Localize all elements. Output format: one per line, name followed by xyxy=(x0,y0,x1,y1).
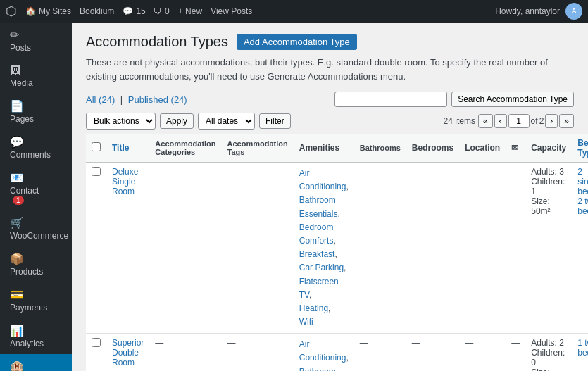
filter-button[interactable]: Filter xyxy=(259,113,291,129)
page-number-input[interactable] xyxy=(508,114,530,128)
row-bed-type: 1 twin bed xyxy=(572,334,588,371)
sidebar-label-media: Media xyxy=(10,78,33,88)
row-title: Superior Double Room xyxy=(106,334,149,371)
contact-badge: 1 xyxy=(13,196,24,205)
sidebar-item-products[interactable]: 📦 Products xyxy=(0,246,72,282)
sidebar-item-posts[interactable]: ✏ Posts xyxy=(0,23,72,58)
pages-icon: 📄 xyxy=(10,99,24,113)
media-icon: 🖼 xyxy=(10,64,21,77)
row-bathrooms: — xyxy=(354,334,406,371)
th-capacity: Capacity xyxy=(525,134,572,163)
table-row: Deluxe Single Room — — Air Conditioning,… xyxy=(86,163,588,334)
th-bathrooms: Bathrooms xyxy=(354,134,406,163)
bed-type-sort-link[interactable]: Bed Type xyxy=(577,138,588,158)
sidebar-label-contact: Contact xyxy=(10,186,39,196)
row-capacity: Adults: 2Children: 0Size: 45m² xyxy=(525,334,572,371)
title-sort-link[interactable]: Title xyxy=(112,143,129,153)
row-location: — xyxy=(459,163,506,334)
add-accommodation-type-button[interactable]: Add Accommodation Type xyxy=(237,34,357,50)
accommodation-title-link[interactable]: Deluxe Single Room xyxy=(112,167,138,196)
row-checkbox-cell xyxy=(86,163,106,334)
filter-all-link[interactable]: All (24) xyxy=(86,94,118,105)
comment-count-icon: 🗨 xyxy=(154,6,162,16)
row-title: Deluxe Single Room xyxy=(106,163,149,334)
total-pages: 2 xyxy=(539,116,544,126)
row-msg: — xyxy=(506,334,525,371)
comment-icon: 💬 xyxy=(123,6,133,16)
woocommerce-icon: 🛒 xyxy=(10,216,24,229)
main-layout: ✏ Posts 🖼 Media 📄 Pages 💬 Comments 📧 Con… xyxy=(0,23,588,371)
main-content: Accommodation Types Add Accommodation Ty… xyxy=(72,23,588,371)
search-row: Search Accommodation Type xyxy=(334,92,574,107)
posts-icon: ✏ xyxy=(10,28,19,42)
sidebar-item-woocommerce[interactable]: 🛒 WooCommerce xyxy=(0,210,72,246)
sidebar-label-woocommerce: WooCommerce xyxy=(10,231,68,241)
page-title: Accommodation Types xyxy=(86,34,228,50)
row-checkbox[interactable] xyxy=(92,167,101,176)
sidebar-label-payments: Payments xyxy=(10,303,47,313)
th-amenities: Amenities xyxy=(294,134,354,163)
search-accommodation-button[interactable]: Search Accommodation Type xyxy=(451,92,574,107)
page-header: Accommodation Types Add Accommodation Ty… xyxy=(86,34,574,50)
first-page-button[interactable]: « xyxy=(478,114,493,128)
apply-button[interactable]: Apply xyxy=(160,113,194,129)
search-input[interactable] xyxy=(334,92,447,107)
sidebar-label-comments: Comments xyxy=(10,150,51,160)
row-amenities: Air Conditioning,Bathroom Essentials,Bed… xyxy=(294,334,354,371)
select-all-checkbox[interactable] xyxy=(92,142,101,151)
row-msg: — xyxy=(506,163,525,334)
row-bed-type: 2 single beds, 2 twin beds xyxy=(572,163,588,334)
sidebar-item-pages[interactable]: 📄 Pages xyxy=(0,94,72,130)
sidebar-item-analytics[interactable]: 📊 Analytics xyxy=(0,318,72,354)
prev-page-button[interactable]: ‹ xyxy=(494,114,507,128)
sidebar-item-payments[interactable]: 💳 Payments xyxy=(0,282,72,318)
last-page-button[interactable]: » xyxy=(559,114,574,128)
th-accommodation-tags: Accommodation Tags xyxy=(222,134,294,163)
th-title: Title xyxy=(106,134,149,163)
sidebar-item-accommodation[interactable]: 🏨 Accommodation xyxy=(0,354,72,371)
view-posts-link[interactable]: View Posts xyxy=(211,6,252,16)
payments-icon: 💳 xyxy=(10,288,24,301)
table-row: Superior Double Room — — Air Conditionin… xyxy=(86,334,588,371)
row-categories: — xyxy=(149,334,221,371)
sidebar-item-contact[interactable]: 📧 Contact 1 xyxy=(0,165,72,210)
th-bedrooms: Bedrooms xyxy=(406,134,459,163)
items-info: 24 items « ‹ of 2 › » xyxy=(444,114,574,128)
page-description: These are not physical accommodations, b… xyxy=(86,56,574,83)
admin-bar-right: Howdy, anntaylor A xyxy=(495,3,582,20)
avatar: A xyxy=(565,3,582,20)
contact-icon: 📧 xyxy=(10,171,24,184)
accommodation-title-link[interactable]: Superior Double Room xyxy=(112,338,144,367)
my-sites-menu[interactable]: 🏠 My Sites xyxy=(25,6,71,16)
comments-icon: 💬 xyxy=(10,135,24,149)
analytics-icon: 📊 xyxy=(10,324,24,337)
howdy-text: Howdy, anntaylor xyxy=(495,6,560,16)
next-page-button[interactable]: › xyxy=(545,114,558,128)
sidebar-item-media[interactable]: 🖼 Media xyxy=(0,58,72,94)
row-checkbox[interactable] xyxy=(92,338,101,347)
th-accommodation-categories: Accommodation Categories xyxy=(149,134,221,163)
page-navigation: « ‹ of 2 › » xyxy=(478,114,574,128)
sidebar-label-products: Products xyxy=(10,267,43,277)
row-categories: — xyxy=(149,163,221,334)
bulk-actions-select[interactable]: Bulk actions xyxy=(86,113,156,130)
dates-filter-select[interactable]: All dates xyxy=(198,113,255,130)
new-content-menu[interactable]: + New xyxy=(178,6,202,16)
comments-menu[interactable]: 💬 15 🗨 0 xyxy=(123,6,169,16)
table-header-row: Title Accommodation Categories Accommoda… xyxy=(86,134,588,163)
filter-published-link[interactable]: Published (24) xyxy=(128,94,187,105)
row-bathrooms: — xyxy=(354,163,406,334)
sidebar: ✏ Posts 🖼 Media 📄 Pages 💬 Comments 📧 Con… xyxy=(0,23,72,371)
sidebar-item-comments[interactable]: 💬 Comments xyxy=(0,130,72,165)
sidebar-label-analytics: Analytics xyxy=(10,339,44,348)
sidebar-label-posts: Posts xyxy=(10,43,31,53)
row-tags: — xyxy=(222,163,294,334)
th-bed-type: Bed Type xyxy=(572,134,588,163)
booklium-menu[interactable]: Booklium xyxy=(80,6,114,16)
action-bar: Bulk actions Apply All dates Filter 24 i… xyxy=(86,113,574,130)
sidebar-label-pages: Pages xyxy=(10,114,34,124)
my-sites-icon: 🏠 xyxy=(25,6,36,16)
row-amenities: Air Conditioning,Bathroom Essentials,Bed… xyxy=(294,163,354,334)
row-checkbox-cell xyxy=(86,334,106,371)
row-bedrooms: — xyxy=(406,163,459,334)
